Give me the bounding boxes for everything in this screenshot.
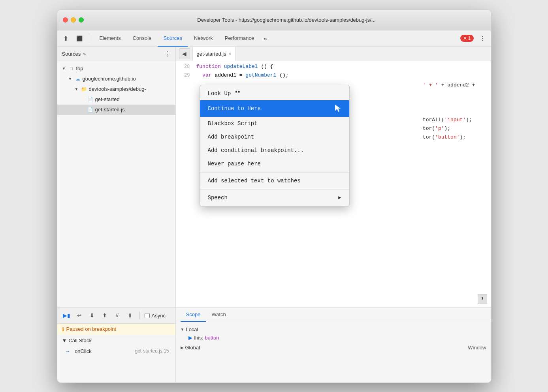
editor-tabs: ◀ get-started.js × — [176, 47, 491, 61]
tab-sources[interactable]: Sources — [158, 30, 188, 47]
tab-elements[interactable]: Elements — [94, 30, 126, 47]
tab-watch[interactable]: Watch — [206, 308, 231, 322]
deactivate-breakpoints-button[interactable]: // — [113, 311, 122, 320]
cursor-tool-button[interactable]: ⬆ — [60, 33, 72, 44]
devtools-window: Developer Tools - https://googlechrome.g… — [57, 9, 492, 383]
minimize-button[interactable] — [71, 17, 76, 23]
tree-arrow-devtools: ▼ — [75, 87, 79, 91]
scope-global-header[interactable]: ▶ Global Window — [181, 343, 486, 352]
tree-item-get-started[interactable]: ▶ 📄 get-started — [57, 94, 175, 105]
ctx-item-add-watches[interactable]: Add selected text to watches — [200, 174, 349, 188]
step-over-button[interactable]: ↩ — [75, 311, 84, 320]
tab-console[interactable]: Console — [127, 30, 157, 47]
scope-group-global: ▶ Global Window — [181, 343, 486, 352]
ctx-submenu-arrow: ▶ — [338, 195, 341, 201]
code-right-partial: ' + ' + addend2 + torAll('input'); tor('… — [423, 81, 475, 142]
ctx-item-never-pause[interactable]: Never pause here — [200, 157, 349, 171]
paused-banner: ℹ Paused on breakpoint — [57, 324, 175, 335]
line-number-29: 29 — [176, 73, 195, 78]
breakpoints-icon: // — [116, 313, 119, 318]
tree-item-get-started-js[interactable]: ▶ 📄 get-started.js — [57, 105, 175, 115]
nav-back-icon: ◀ — [182, 51, 186, 57]
ctx-label-speech: Speech — [208, 195, 228, 201]
scroll-icon: ⬇ — [481, 296, 484, 302]
ctx-item-speech[interactable]: Speech ▶ — [200, 191, 349, 204]
error-badge[interactable]: ✕ 1 — [460, 35, 474, 42]
bottom-right-panel: Scope Watch ▼ Local ▶ this: button — [176, 308, 491, 383]
scope-content: ▼ Local ▶ this: button ▶ Global Window — [176, 322, 491, 356]
traffic-lights — [63, 17, 84, 23]
tree-item-devtools[interactable]: ▼ 📁 devtools-samples/debug- — [57, 84, 175, 94]
code-partial-4: tor('button'); — [423, 133, 475, 142]
debugger-toolbar: ▶▮ ↩ ⬇ ⬆ // ⏸ — [57, 308, 175, 324]
call-stack-item-content: → onClick — [65, 348, 92, 354]
step-into-button[interactable]: ⬇ — [87, 311, 97, 320]
ctx-separator-1 — [200, 172, 349, 173]
call-stack-arrow: → — [65, 348, 70, 354]
ctx-item-continue[interactable]: Continue to Here — [200, 100, 349, 117]
folder-icon-blue: 📁 — [81, 86, 87, 92]
scope-tabs: Scope Watch — [176, 308, 491, 322]
tab-network[interactable]: Network — [188, 30, 218, 47]
pause-on-exceptions-button[interactable]: ⏸ — [125, 311, 135, 320]
call-stack-header[interactable]: ▼ Call Stack — [57, 335, 175, 346]
sources-panel-menu[interactable]: ⋮ — [164, 50, 171, 58]
cursor-icon: ⬆ — [63, 35, 68, 42]
scope-local-title: Local — [186, 326, 198, 332]
call-stack-arrow-icon: ▼ — [62, 338, 67, 343]
call-stack-item-onclick[interactable]: → onClick get-started.js:15 — [57, 346, 175, 356]
ctx-label-lookup: Look Up "" — [208, 90, 241, 97]
ctx-item-lookup[interactable]: Look Up "" — [200, 87, 349, 100]
editor-tab-close-button[interactable]: × — [229, 51, 231, 56]
editor-nav-button[interactable]: ◀ — [179, 48, 190, 59]
scope-this-arrow: ▶ — [188, 335, 192, 341]
tab-scope[interactable]: Scope — [181, 308, 206, 322]
context-menu: Look Up "" Continue to Here Blackbox Scr… — [200, 85, 350, 206]
step-over-icon: ↩ — [77, 312, 82, 319]
maximize-button[interactable] — [79, 17, 84, 23]
ctx-label-add-breakpoint: Add breakpoint — [208, 134, 254, 140]
main-content: Sources » ⋮ ▼ □ top ▼ ☁ googlechrome.git… — [57, 47, 491, 308]
bottom-section: ▶▮ ↩ ⬇ ⬆ // ⏸ — [57, 308, 491, 383]
step-into-icon: ⬇ — [90, 312, 94, 319]
tree-label-get-started: get-started — [95, 96, 120, 102]
toolbar-right: ✕ 1 ⋮ — [460, 33, 488, 44]
step-out-button[interactable]: ⬆ — [100, 311, 109, 320]
info-icon: ℹ — [62, 326, 64, 332]
tab-performance[interactable]: Performance — [219, 30, 260, 47]
html-file-icon: 📄 — [87, 96, 94, 103]
code-editor[interactable]: 28 function updateLabel () { 29 var ad — [176, 61, 491, 308]
more-tabs-button[interactable]: » — [260, 35, 270, 42]
line-number-28: 28 — [176, 64, 195, 69]
resume-button[interactable]: ▶▮ — [62, 311, 72, 320]
ctx-item-blackbox[interactable]: Blackbox Script — [200, 117, 349, 130]
ctx-separator-2 — [200, 189, 349, 189]
line-content-29: var addend1 = getNumber1 (); — [195, 72, 491, 78]
editor-tab-get-started-js[interactable]: get-started.js × — [192, 47, 236, 61]
pause-exceptions-icon: ⏸ — [127, 312, 133, 319]
sources-panel-more[interactable]: » — [83, 51, 86, 57]
ctx-item-add-breakpoint[interactable]: Add breakpoint — [200, 130, 349, 144]
code-partial-2: torAll('input'); — [423, 116, 475, 124]
toolbar-icon-group: ⬆ ⬛ — [60, 33, 89, 44]
window-title: Developer Tools - https://googlechrome.g… — [88, 17, 486, 23]
inspect-button[interactable]: ⬛ — [74, 33, 85, 44]
scroll-to-bottom-button[interactable]: ⬇ — [478, 294, 487, 304]
close-button[interactable] — [63, 17, 68, 23]
sources-panel-title: Sources — [62, 51, 81, 57]
ctx-item-conditional-breakpoint[interactable]: Add conditional breakpoint... — [200, 144, 349, 157]
cursor-pointer-icon — [334, 104, 341, 113]
scope-local-header[interactable]: ▼ Local — [181, 325, 486, 334]
resume-icon: ▶▮ — [63, 312, 70, 319]
kebab-menu-button[interactable]: ⋮ — [477, 33, 488, 44]
tree-label-top: top — [76, 66, 83, 71]
code-line-28: 28 function updateLabel () { — [176, 64, 491, 72]
call-stack-function-name: onClick — [75, 348, 92, 354]
tree-item-top[interactable]: ▼ □ top — [57, 64, 175, 74]
scope-global-title: Global — [185, 345, 200, 351]
async-checkbox-input[interactable] — [145, 313, 150, 318]
tree-item-github[interactable]: ▼ ☁ googlechrome.github.io — [57, 74, 175, 84]
scope-this-value: button — [205, 335, 219, 341]
bottom-left-panel: ▶▮ ↩ ⬇ ⬆ // ⏸ — [57, 308, 176, 383]
sources-panel: Sources » ⋮ ▼ □ top ▼ ☁ googlechrome.git… — [57, 47, 176, 308]
